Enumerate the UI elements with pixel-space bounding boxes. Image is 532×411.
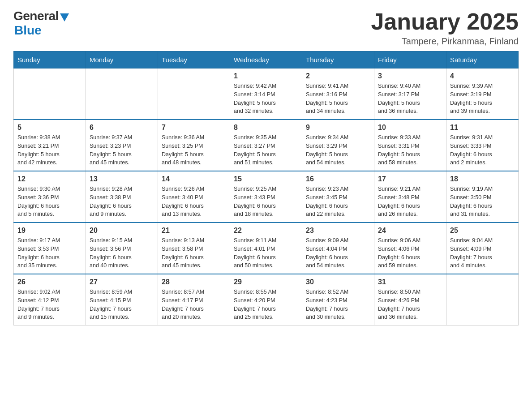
day-info: Sunrise: 9:13 AMSunset: 3:58 PMDaylight:… [162,236,226,270]
day-info: Sunrise: 9:04 AMSunset: 4:09 PMDaylight:… [450,236,515,270]
day-number: 30 [306,278,370,286]
calendar-cell: 17Sunrise: 9:21 AMSunset: 3:48 PMDayligh… [374,171,446,223]
day-info: Sunrise: 9:26 AMSunset: 3:40 PMDaylight:… [162,185,226,218]
day-number: 4 [450,72,515,80]
day-number: 31 [378,278,442,286]
weekday-header-wednesday: Wednesday [230,51,302,68]
calendar-cell: 29Sunrise: 8:55 AMSunset: 4:20 PMDayligh… [230,274,302,325]
day-info: Sunrise: 9:09 AMSunset: 4:04 PMDaylight:… [306,236,370,270]
logo-triangle-icon [60,13,69,21]
day-number: 21 [162,227,226,235]
day-number: 17 [378,175,442,183]
weekday-header-row: SundayMondayTuesdayWednesdayThursdayFrid… [14,51,519,68]
day-info: Sunrise: 9:33 AMSunset: 3:31 PMDaylight:… [378,133,442,167]
calendar-cell: 16Sunrise: 9:23 AMSunset: 3:45 PMDayligh… [302,171,374,223]
day-info: Sunrise: 9:30 AMSunset: 3:36 PMDaylight:… [17,185,82,218]
day-info: Sunrise: 9:34 AMSunset: 3:29 PMDaylight:… [306,133,370,167]
calendar-cell: 22Sunrise: 9:11 AMSunset: 4:01 PMDayligh… [230,223,302,274]
day-info: Sunrise: 9:23 AMSunset: 3:45 PMDaylight:… [306,185,370,218]
calendar-cell: 20Sunrise: 9:15 AMSunset: 3:56 PMDayligh… [86,223,158,274]
day-info: Sunrise: 9:15 AMSunset: 3:56 PMDaylight:… [90,236,154,270]
day-info: Sunrise: 9:28 AMSunset: 3:38 PMDaylight:… [90,185,154,218]
calendar-cell: 9Sunrise: 9:34 AMSunset: 3:29 PMDaylight… [302,120,374,171]
day-number: 27 [90,278,154,286]
weekday-header-friday: Friday [374,51,446,68]
day-number: 29 [234,278,298,286]
calendar-cell: 3Sunrise: 9:40 AMSunset: 3:17 PMDaylight… [374,68,446,120]
calendar-cell: 23Sunrise: 9:09 AMSunset: 4:04 PMDayligh… [302,223,374,274]
calendar-week-row: 5Sunrise: 9:38 AMSunset: 3:21 PMDaylight… [14,120,519,171]
day-info: Sunrise: 9:35 AMSunset: 3:27 PMDaylight:… [234,133,298,167]
calendar-cell: 26Sunrise: 9:02 AMSunset: 4:12 PMDayligh… [14,274,86,325]
day-number: 7 [162,124,226,132]
day-number: 16 [306,175,370,183]
calendar-cell: 30Sunrise: 8:52 AMSunset: 4:23 PMDayligh… [302,274,374,325]
day-number: 1 [234,72,298,80]
day-number: 23 [306,227,370,235]
day-info: Sunrise: 9:06 AMSunset: 4:06 PMDaylight:… [378,236,442,270]
calendar-cell: 18Sunrise: 9:19 AMSunset: 3:50 PMDayligh… [446,171,519,223]
weekday-header-thursday: Thursday [302,51,374,68]
calendar-cell: 19Sunrise: 9:17 AMSunset: 3:53 PMDayligh… [14,223,86,274]
calendar-cell: 8Sunrise: 9:35 AMSunset: 3:27 PMDaylight… [230,120,302,171]
calendar-cell: 1Sunrise: 9:42 AMSunset: 3:14 PMDaylight… [230,68,302,120]
calendar-cell [14,68,86,120]
calendar-cell [86,68,158,120]
calendar-cell: 21Sunrise: 9:13 AMSunset: 3:58 PMDayligh… [158,223,230,274]
logo-blue-text: Blue [14,23,42,38]
day-info: Sunrise: 9:42 AMSunset: 3:14 PMDaylight:… [234,82,298,116]
day-info: Sunrise: 9:40 AMSunset: 3:17 PMDaylight:… [378,82,442,116]
weekday-header-monday: Monday [86,51,158,68]
calendar-cell: 27Sunrise: 8:59 AMSunset: 4:15 PMDayligh… [86,274,158,325]
weekday-header-saturday: Saturday [446,51,519,68]
day-info: Sunrise: 8:55 AMSunset: 4:20 PMDaylight:… [234,288,298,321]
day-info: Sunrise: 9:38 AMSunset: 3:21 PMDaylight:… [17,133,82,167]
day-info: Sunrise: 8:50 AMSunset: 4:26 PMDaylight:… [378,288,442,321]
day-number: 9 [306,124,370,132]
day-info: Sunrise: 9:19 AMSunset: 3:50 PMDaylight:… [450,185,515,218]
calendar-cell: 5Sunrise: 9:38 AMSunset: 3:21 PMDaylight… [14,120,86,171]
calendar-cell: 31Sunrise: 8:50 AMSunset: 4:26 PMDayligh… [374,274,446,325]
calendar-cell: 6Sunrise: 9:37 AMSunset: 3:23 PMDaylight… [86,120,158,171]
title-section: January 2025 Tampere, Pirkanmaa, Finland [371,9,519,47]
day-info: Sunrise: 9:17 AMSunset: 3:53 PMDaylight:… [17,236,82,270]
day-number: 20 [90,227,154,235]
calendar-cell: 15Sunrise: 9:25 AMSunset: 3:43 PMDayligh… [230,171,302,223]
day-number: 10 [378,124,442,132]
calendar-cell: 25Sunrise: 9:04 AMSunset: 4:09 PMDayligh… [446,223,519,274]
logo: General Blue [13,9,69,38]
day-number: 14 [162,175,226,183]
day-info: Sunrise: 9:11 AMSunset: 4:01 PMDaylight:… [234,236,298,270]
calendar-table: SundayMondayTuesdayWednesdayThursdayFrid… [13,51,519,325]
calendar-cell: 2Sunrise: 9:41 AMSunset: 3:16 PMDaylight… [302,68,374,120]
calendar-week-row: 19Sunrise: 9:17 AMSunset: 3:53 PMDayligh… [14,223,519,274]
day-info: Sunrise: 9:25 AMSunset: 3:43 PMDaylight:… [234,185,298,218]
day-info: Sunrise: 9:02 AMSunset: 4:12 PMDaylight:… [17,288,82,321]
day-number: 25 [450,227,515,235]
day-number: 19 [17,227,82,235]
calendar-cell [158,68,230,120]
day-number: 22 [234,227,298,235]
day-number: 24 [378,227,442,235]
day-number: 5 [17,124,82,132]
day-info: Sunrise: 8:57 AMSunset: 4:17 PMDaylight:… [162,288,226,321]
day-info: Sunrise: 9:39 AMSunset: 3:19 PMDaylight:… [450,82,515,116]
weekday-header-sunday: Sunday [14,51,86,68]
day-number: 13 [90,175,154,183]
day-info: Sunrise: 9:37 AMSunset: 3:23 PMDaylight:… [90,133,154,167]
logo-general-text: General [13,9,59,23]
calendar-week-row: 1Sunrise: 9:42 AMSunset: 3:14 PMDaylight… [14,68,519,120]
day-number: 28 [162,278,226,286]
day-number: 18 [450,175,515,183]
weekday-header-tuesday: Tuesday [158,51,230,68]
day-number: 2 [306,72,370,80]
page-header: General Blue January 2025 Tampere, Pirka… [13,9,519,47]
calendar-cell: 12Sunrise: 9:30 AMSunset: 3:36 PMDayligh… [14,171,86,223]
month-title: January 2025 [371,9,519,34]
day-info: Sunrise: 9:21 AMSunset: 3:48 PMDaylight:… [378,185,442,218]
day-number: 11 [450,124,515,132]
calendar-week-row: 12Sunrise: 9:30 AMSunset: 3:36 PMDayligh… [14,171,519,223]
day-info: Sunrise: 9:41 AMSunset: 3:16 PMDaylight:… [306,82,370,116]
location-text: Tampere, Pirkanmaa, Finland [371,36,519,47]
calendar-cell: 7Sunrise: 9:36 AMSunset: 3:25 PMDaylight… [158,120,230,171]
